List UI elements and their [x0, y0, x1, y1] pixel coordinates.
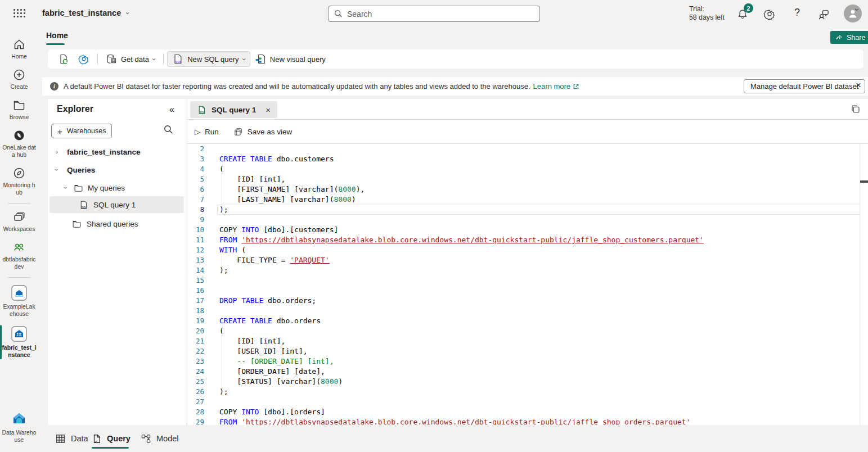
rail-item-home[interactable]: Home: [0, 34, 38, 64]
sql-file-icon: SQL: [79, 200, 88, 210]
chevron-down-icon: ›: [53, 166, 60, 173]
code-line: 7 [LAST_NAME] [varchar](8000): [187, 195, 860, 205]
workspace-name: fabric_test_instance: [42, 8, 121, 17]
collapse-ribbon-chevron-icon[interactable]: ›: [853, 8, 862, 11]
line-number: 26: [187, 387, 204, 397]
chevron-right-icon: ›: [53, 148, 60, 155]
workspace-people-icon: [12, 241, 26, 254]
settings-button[interactable]: [74, 51, 94, 67]
settings-gear-icon[interactable]: [763, 8, 776, 20]
code-line: 21 [ID] [int],: [187, 336, 860, 346]
share-icon: [835, 34, 843, 42]
line-number: 14: [187, 265, 204, 275]
code-line: 10COPY INTO [dbo].[customers]: [187, 225, 860, 235]
rail-item-monitoring-hub[interactable]: Monitoring hub: [0, 162, 38, 200]
tree-item-sql-query-1[interactable]: SQL SQL query 1: [50, 196, 184, 213]
feedback-icon[interactable]: [817, 8, 829, 20]
rail-item-browse[interactable]: Browse: [0, 94, 38, 125]
code-line: 9: [187, 215, 860, 225]
collapse-explorer-icon[interactable]: «: [169, 105, 174, 115]
query-tab-sql-query-1[interactable]: SQL SQL query 1 ×: [190, 101, 277, 118]
line-number: 21: [187, 336, 204, 346]
rail-item-onelake-data-hub[interactable]: OneLake data hub: [0, 125, 38, 162]
tree-item-queries[interactable]: › Queries: [48, 162, 186, 178]
rail-item-workspaces[interactable]: Workspaces: [0, 206, 38, 237]
line-number: 22: [187, 346, 204, 356]
code-line: 29FROM 'https://dbtlabsynapsedatalake.bl…: [187, 417, 860, 425]
code-line: 17DROP TABLE dbo.orders;: [187, 296, 860, 306]
line-number: 29: [187, 417, 204, 425]
code-line: 14);: [187, 265, 860, 275]
save-as-view-icon: [233, 127, 243, 137]
manage-default-dataset-button[interactable]: Manage default Power BI dataset: [744, 79, 865, 93]
workspace-switcher[interactable]: fabric_test_instance ›: [42, 8, 129, 17]
share-button[interactable]: Share: [830, 31, 868, 44]
tree-item-shared-queries[interactable]: Shared queries: [48, 216, 186, 232]
info-banner: i A default Power BI dataset for faster …: [42, 77, 868, 96]
search-input[interactable]: Search: [328, 6, 540, 22]
line-number: 13: [187, 255, 204, 265]
editor-scrollbar-track[interactable]: [860, 144, 860, 425]
rail-divider: [8, 277, 30, 278]
line-number: 10: [187, 225, 204, 235]
left-nav-rail: HomeCreateBrowseOneLake data hubMonitori…: [0, 27, 38, 452]
code-line: 19CREATE TABLE dbo.orders: [187, 316, 860, 326]
data-warehouse-icon: [11, 410, 28, 427]
view-tab-data[interactable]: Data: [55, 431, 88, 446]
line-number: 12: [187, 245, 204, 255]
tab-home[interactable]: Home: [46, 31, 68, 40]
top-bar: fabric_test_instance › Search Trial: 58 …: [0, 0, 868, 27]
rail-item-fabric-test-instance[interactable]: fabric_test_instance: [0, 322, 38, 363]
code-line: 16: [187, 286, 860, 296]
view-tab-query[interactable]: Query: [92, 431, 131, 446]
query-action-bar: ▷ Run Save as view: [187, 120, 868, 144]
user-avatar[interactable]: [844, 4, 862, 22]
line-number: 4: [187, 164, 204, 174]
code-line: 2: [187, 144, 860, 154]
save-as-view-button[interactable]: Save as view: [233, 127, 293, 137]
explorer-search-icon[interactable]: [164, 125, 173, 134]
rail-item-data-warehouse[interactable]: Data Warehouse: [0, 406, 38, 448]
banner-close-icon[interactable]: ×: [852, 80, 865, 91]
new-visual-query-button[interactable]: New visual query: [250, 51, 330, 67]
view-tab-model[interactable]: Model: [141, 431, 179, 446]
close-tab-icon[interactable]: ×: [266, 105, 271, 115]
copy-icon[interactable]: [851, 104, 861, 114]
rail-item-create[interactable]: Create: [0, 64, 38, 94]
external-link-icon: [573, 83, 579, 90]
get-data-button[interactable]: Get data ›: [101, 51, 160, 67]
monitoring-hub-icon: [12, 166, 26, 180]
learn-more-link[interactable]: Learn more: [533, 82, 579, 91]
line-number: 11: [187, 235, 204, 245]
onelake-icon: [12, 129, 26, 142]
lakehouse-icon: [11, 284, 28, 301]
app-launcher-waffle-icon[interactable]: [14, 9, 26, 18]
folder-icon: [74, 183, 83, 193]
svg-text:SQL: SQL: [200, 111, 205, 114]
line-number: 25: [187, 377, 204, 387]
query-doc-icon: [92, 433, 102, 444]
tree-item-my-queries[interactable]: › My queries: [48, 180, 186, 196]
sql-file-icon: SQL: [197, 105, 206, 115]
help-icon[interactable]: ?: [791, 7, 803, 19]
code-line: 28COPY INTO [dbo].[orders]: [187, 407, 860, 417]
tree-item-warehouse[interactable]: › fabric_test_instance: [48, 144, 186, 160]
new-sql-query-button[interactable]: SQL New SQL query ›: [167, 51, 250, 67]
code-line: 8);: [187, 205, 860, 215]
data-grid-icon: [55, 433, 66, 444]
chevron-down-icon: ›: [240, 58, 248, 60]
run-button[interactable]: ▷ Run: [195, 128, 219, 136]
line-number: 20: [187, 326, 204, 336]
sql-code-editor[interactable]: 23CREATE TABLE dbo.customers4(5 [ID] [in…: [187, 144, 868, 425]
rail-item-dbtlabsfabricdev[interactable]: dbtlabsfabricdev: [0, 237, 38, 274]
add-warehouses-button[interactable]: + Warehouses: [51, 124, 112, 138]
new-query-refresh-button[interactable]: [53, 51, 74, 67]
code-line: 18: [187, 306, 860, 316]
run-play-icon: ▷: [195, 128, 200, 136]
chevron-down-icon: ›: [150, 58, 159, 60]
visual-query-file-icon: [255, 53, 266, 65]
sql-file-icon: SQL: [172, 53, 183, 65]
browse-icon: [12, 98, 26, 112]
rail-item-examplelakehouse[interactable]: ExampleLakehouse: [0, 281, 38, 322]
code-line: 26);: [187, 387, 860, 397]
